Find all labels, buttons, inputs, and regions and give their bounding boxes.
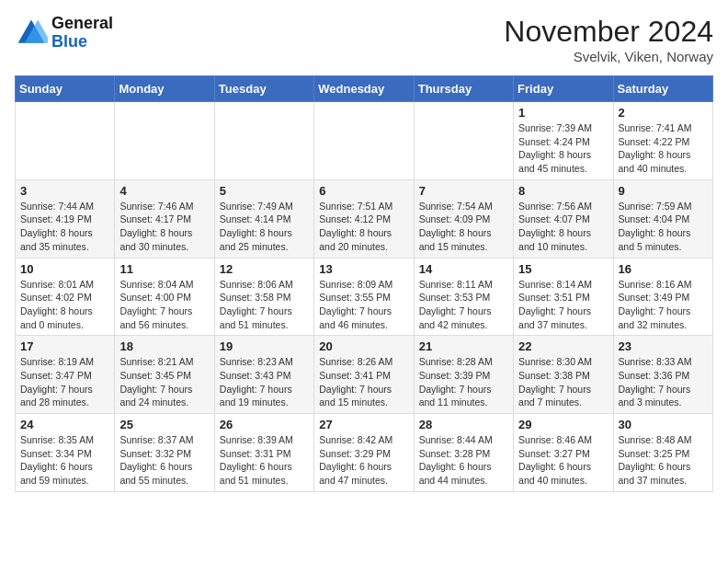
day-info: Sunrise: 8:44 AM Sunset: 3:28 PM Dayligh… [419,433,508,488]
calendar-cell [314,102,414,180]
calendar-cell: 30Sunrise: 8:48 AM Sunset: 3:25 PM Dayli… [613,414,712,492]
calendar-cell: 11Sunrise: 8:04 AM Sunset: 4:00 PM Dayli… [115,258,214,336]
day-number: 17 [20,339,109,353]
day-info: Sunrise: 8:14 AM Sunset: 3:51 PM Dayligh… [518,278,608,332]
day-number: 4 [119,184,209,198]
calendar-cell: 29Sunrise: 8:46 AM Sunset: 3:27 PM Dayli… [514,414,613,492]
day-number: 15 [518,262,608,276]
day-number: 12 [220,262,309,276]
day-info: Sunrise: 8:16 AM Sunset: 3:49 PM Dayligh… [619,278,708,332]
day-number: 6 [319,184,408,198]
calendar-cell: 14Sunrise: 8:11 AM Sunset: 3:53 PM Dayli… [414,258,513,336]
day-number: 29 [518,418,608,431]
header-sunday: Sunday [16,76,115,102]
day-info: Sunrise: 8:06 AM Sunset: 3:58 PM Dayligh… [220,278,309,332]
header-thursday: Thursday [414,76,513,102]
day-info: Sunrise: 8:09 AM Sunset: 3:55 PM Dayligh… [319,278,408,332]
calendar-header-row: SundayMondayTuesdayWednesdayThursdayFrid… [16,76,713,102]
calendar-week-row: 10Sunrise: 8:01 AM Sunset: 4:02 PM Dayli… [16,258,713,336]
header-saturday: Saturday [613,76,712,102]
logo-text: General Blue [51,15,113,52]
day-number: 2 [619,106,708,120]
day-info: Sunrise: 8:11 AM Sunset: 3:53 PM Dayligh… [419,278,508,332]
calendar-cell: 17Sunrise: 8:19 AM Sunset: 3:47 PM Dayli… [16,336,115,414]
calendar-cell: 19Sunrise: 8:23 AM Sunset: 3:43 PM Dayli… [214,336,313,414]
calendar-cell [115,102,214,180]
day-info: Sunrise: 8:35 AM Sunset: 3:34 PM Dayligh… [20,433,109,488]
day-info: Sunrise: 7:51 AM Sunset: 4:12 PM Dayligh… [319,200,408,254]
calendar-cell: 15Sunrise: 8:14 AM Sunset: 3:51 PM Dayli… [514,258,613,336]
calendar-cell: 3Sunrise: 7:44 AM Sunset: 4:19 PM Daylig… [16,179,115,258]
day-number: 5 [220,184,309,198]
calendar-cell: 20Sunrise: 8:26 AM Sunset: 3:41 PM Dayli… [314,336,414,414]
day-number: 13 [319,262,408,276]
calendar-week-row: 17Sunrise: 8:19 AM Sunset: 3:47 PM Dayli… [16,336,713,414]
day-info: Sunrise: 7:49 AM Sunset: 4:14 PM Dayligh… [220,200,309,254]
logo-icon [15,17,48,50]
calendar-cell [214,102,313,180]
day-info: Sunrise: 7:46 AM Sunset: 4:17 PM Dayligh… [119,200,209,254]
calendar-cell: 9Sunrise: 7:59 AM Sunset: 4:04 PM Daylig… [613,179,712,258]
calendar-cell: 27Sunrise: 8:42 AM Sunset: 3:29 PM Dayli… [314,414,414,492]
day-number: 14 [419,262,508,276]
day-info: Sunrise: 8:33 AM Sunset: 3:36 PM Dayligh… [619,355,708,409]
day-number: 25 [119,418,209,431]
day-info: Sunrise: 8:46 AM Sunset: 3:27 PM Dayligh… [518,433,608,488]
day-info: Sunrise: 8:39 AM Sunset: 3:31 PM Dayligh… [220,433,309,488]
day-number: 8 [518,184,608,198]
calendar-week-row: 3Sunrise: 7:44 AM Sunset: 4:19 PM Daylig… [16,179,713,258]
day-number: 18 [119,339,209,353]
calendar-cell: 23Sunrise: 8:33 AM Sunset: 3:36 PM Dayli… [613,336,712,414]
day-number: 11 [119,262,209,276]
day-number: 23 [619,339,708,353]
calendar-week-row: 1Sunrise: 7:39 AM Sunset: 4:24 PM Daylig… [16,102,713,180]
calendar-cell: 5Sunrise: 7:49 AM Sunset: 4:14 PM Daylig… [214,179,313,258]
day-info: Sunrise: 8:01 AM Sunset: 4:02 PM Dayligh… [20,278,109,332]
day-info: Sunrise: 8:28 AM Sunset: 3:39 PM Dayligh… [419,355,508,409]
calendar-cell: 18Sunrise: 8:21 AM Sunset: 3:45 PM Dayli… [115,336,214,414]
calendar-cell [414,102,513,180]
day-number: 21 [419,339,508,353]
header-monday: Monday [115,76,214,102]
calendar-cell: 6Sunrise: 7:51 AM Sunset: 4:12 PM Daylig… [314,179,414,258]
calendar-cell: 16Sunrise: 8:16 AM Sunset: 3:49 PM Dayli… [613,258,712,336]
calendar-cell: 24Sunrise: 8:35 AM Sunset: 3:34 PM Dayli… [16,414,115,492]
header-wednesday: Wednesday [314,76,414,102]
day-number: 20 [319,339,408,353]
day-info: Sunrise: 8:21 AM Sunset: 3:45 PM Dayligh… [119,355,209,409]
day-number: 27 [319,418,408,431]
header-tuesday: Tuesday [214,76,313,102]
day-number: 28 [419,418,508,431]
calendar-cell: 22Sunrise: 8:30 AM Sunset: 3:38 PM Dayli… [514,336,613,414]
logo: General Blue [15,15,113,52]
location: Svelvik, Viken, Norway [504,49,713,64]
day-info: Sunrise: 8:26 AM Sunset: 3:41 PM Dayligh… [319,355,408,409]
header-friday: Friday [514,76,613,102]
calendar-cell: 21Sunrise: 8:28 AM Sunset: 3:39 PM Dayli… [414,336,513,414]
calendar-cell: 13Sunrise: 8:09 AM Sunset: 3:55 PM Dayli… [314,258,414,336]
calendar-cell: 12Sunrise: 8:06 AM Sunset: 3:58 PM Dayli… [214,258,313,336]
calendar-table: SundayMondayTuesdayWednesdayThursdayFrid… [15,75,713,492]
day-info: Sunrise: 7:39 AM Sunset: 4:24 PM Dayligh… [518,121,608,176]
day-number: 9 [619,184,708,198]
day-number: 30 [619,418,708,431]
day-info: Sunrise: 8:42 AM Sunset: 3:29 PM Dayligh… [319,433,408,488]
calendar-cell: 28Sunrise: 8:44 AM Sunset: 3:28 PM Dayli… [414,414,513,492]
calendar-week-row: 24Sunrise: 8:35 AM Sunset: 3:34 PM Dayli… [16,414,713,492]
page-header: General Blue November 2024 Svelvik, Vike… [15,15,713,64]
calendar-cell: 4Sunrise: 7:46 AM Sunset: 4:17 PM Daylig… [115,179,214,258]
day-number: 10 [20,262,109,276]
day-number: 16 [619,262,708,276]
calendar-cell: 8Sunrise: 7:56 AM Sunset: 4:07 PM Daylig… [514,179,613,258]
day-info: Sunrise: 8:23 AM Sunset: 3:43 PM Dayligh… [220,355,309,409]
day-number: 7 [419,184,508,198]
title-block: November 2024 Svelvik, Viken, Norway [504,15,713,64]
day-number: 19 [220,339,309,353]
day-info: Sunrise: 8:37 AM Sunset: 3:32 PM Dayligh… [119,433,209,488]
day-info: Sunrise: 7:44 AM Sunset: 4:19 PM Dayligh… [20,200,109,254]
day-info: Sunrise: 8:30 AM Sunset: 3:38 PM Dayligh… [518,355,608,409]
calendar-cell: 25Sunrise: 8:37 AM Sunset: 3:32 PM Dayli… [115,414,214,492]
day-number: 26 [220,418,309,431]
day-number: 3 [20,184,109,198]
calendar-cell: 26Sunrise: 8:39 AM Sunset: 3:31 PM Dayli… [214,414,313,492]
